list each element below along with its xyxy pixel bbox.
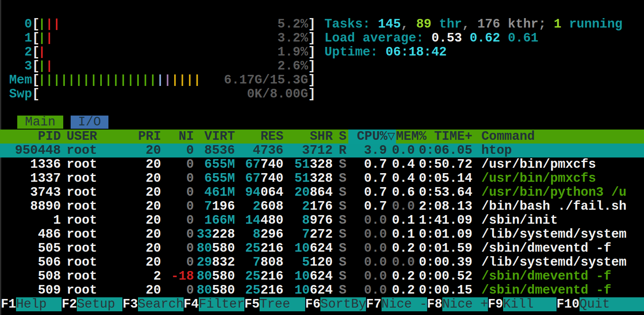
- green-tick: [71, 74, 72, 86]
- cpu-meter-1-value: 3.2%: [164, 31, 308, 45]
- open-bracket: [: [32, 87, 40, 101]
- cell-command: /sbin/dmeventd -f: [481, 283, 611, 297]
- process-row[interactable]: 506root2002983278085120S0.00.00:00.39/li…: [0, 255, 644, 269]
- fkey-f9-label[interactable]: Kill: [503, 297, 557, 311]
- fkey-f1-label[interactable]: Help: [16, 297, 62, 311]
- swp-meter: Swp[0K/8.00G]: [0, 87, 320, 101]
- fkey-f5[interactable]: F5: [244, 297, 260, 311]
- tasks-line-segment: ;: [538, 17, 554, 31]
- process-row[interactable]: 508root2-18805802521610624S0.00.20:00.52…: [0, 269, 644, 283]
- process-row-selected[interactable]: 950448root200853647363712R3.90.00:06.05h…: [0, 144, 644, 158]
- fkey-f4[interactable]: F4: [184, 297, 199, 311]
- load-average-line-segment: Load average:: [324, 31, 431, 45]
- green-tick: [48, 74, 50, 86]
- green-tick: [63, 74, 65, 86]
- cell-time: 0:50.72: [0, 158, 472, 171]
- col-header-command[interactable]: Command: [481, 130, 535, 144]
- tasks-line-segment: Tasks:: [324, 17, 378, 31]
- cell-time: 0:00.15: [0, 283, 472, 297]
- process-row[interactable]: 509root200805802521610624S0.00.20:00.15/…: [0, 283, 644, 297]
- cpu-meter-1-label: 1: [0, 31, 32, 45]
- process-row[interactable]: 505root200805802521610624S0.00.20:01.59/…: [0, 241, 644, 255]
- open-bracket: [: [32, 59, 40, 73]
- fkey-f3[interactable]: F3: [122, 297, 138, 311]
- mem-meter: Mem[6.17G/15.3G]: [0, 73, 320, 87]
- cell-command: /usr/bin/python3 /u: [481, 185, 626, 199]
- tab-main[interactable]: Main: [17, 116, 63, 129]
- green-tick: [122, 74, 124, 86]
- process-row[interactable]: 3743root200461M9406420864S0.70.60:53.64/…: [0, 185, 644, 199]
- col-header-time[interactable]: TIME+: [0, 130, 472, 144]
- red-tick: [56, 19, 58, 30]
- load-average-line: Load average: 0.53 0.62 0.61: [324, 31, 538, 45]
- close-bracket: ]: [308, 45, 316, 59]
- cpu-meter-0-label: 0: [0, 17, 32, 31]
- tasks-line-segment: 1: [554, 17, 561, 31]
- swp-meter-value: 0K/8.00G: [164, 87, 308, 101]
- tasks-line: Tasks: 145, 89 thr, 176 kthr; 1 running: [324, 17, 623, 31]
- green-tick: [93, 74, 94, 86]
- cell-time: 2:08.13: [0, 199, 472, 213]
- open-bracket: [: [32, 73, 40, 87]
- green-tick: [152, 74, 154, 86]
- fkey-f4-label[interactable]: Filter: [199, 297, 244, 311]
- cell-time: 0:00.39: [0, 255, 472, 269]
- cpu-meter-3: 3[2.6%]: [0, 59, 320, 73]
- fkey-f9[interactable]: F9: [488, 297, 503, 311]
- table-header: PID USER PRI NI VIRT RES SHR S CPU%▽ MEM…: [0, 130, 644, 144]
- close-bracket: ]: [308, 31, 316, 45]
- green-tick: [108, 74, 109, 86]
- fkey-f8-label[interactable]: Nice +: [442, 297, 488, 311]
- cpu-meter-3-value: 2.6%: [164, 59, 308, 73]
- cell-time: 0:53.64: [0, 185, 472, 199]
- green-tick: [130, 74, 131, 86]
- fkey-f6[interactable]: F6: [305, 297, 320, 311]
- fkey-f8[interactable]: F8: [427, 297, 442, 311]
- cell-time: 0:00.52: [0, 269, 472, 283]
- green-tick: [41, 32, 43, 44]
- green-tick: [41, 74, 43, 86]
- load-average-line-segment: 0.61: [508, 31, 538, 45]
- uptime-line-segment: 06:18:42: [386, 45, 447, 59]
- green-tick: [137, 74, 139, 86]
- fkey-f10-label[interactable]: Quit: [580, 297, 644, 311]
- open-bracket: [: [32, 17, 40, 31]
- process-row[interactable]: 1336root200655M6774051328S0.70.40:50.72/…: [0, 158, 644, 171]
- green-tick: [85, 74, 87, 86]
- fkey-f2[interactable]: F2: [62, 297, 77, 311]
- fkey-f2-label[interactable]: Setup: [77, 297, 122, 311]
- fkey-f1[interactable]: F1: [1, 297, 16, 311]
- fkey-f5-label[interactable]: Tree: [260, 297, 305, 311]
- cell-time: 0:01.09: [0, 227, 472, 241]
- cell-command: htop: [481, 144, 512, 158]
- load-average-line-segment: 0.53: [431, 31, 469, 45]
- mem-meter-label: Mem: [0, 73, 32, 87]
- green-tick: [56, 74, 58, 86]
- green-tick: [145, 74, 146, 86]
- tasks-line-segment: 176 kthr: [477, 17, 538, 31]
- cpu-meter-0-bar: [41, 19, 58, 30]
- open-bracket: [: [32, 31, 40, 45]
- fkey-f7-label[interactable]: Nice -: [382, 297, 427, 311]
- cpu-meter-0: 0[5.2%]: [0, 17, 320, 31]
- fkey-f7[interactable]: F7: [366, 297, 381, 311]
- swp-meter-label: Swp: [0, 87, 32, 101]
- tasks-line-segment: ,: [462, 17, 477, 31]
- close-bracket: ]: [308, 59, 316, 73]
- cell-command: /usr/bin/pmxcfs: [481, 171, 596, 185]
- fkey-f10[interactable]: F10: [557, 297, 580, 311]
- load-average-line-segment: 0.62: [469, 31, 508, 45]
- mem-meter-value: 6.17G/15.3G: [164, 73, 308, 87]
- process-row[interactable]: 486root2003322882967272S0.00.10:01.09/li…: [0, 227, 644, 241]
- close-bracket: ]: [308, 17, 316, 31]
- cpu-meter-2: 2[1.9%]: [0, 45, 320, 59]
- fkey-f3-label[interactable]: Search: [138, 297, 184, 311]
- red-tick: [48, 19, 50, 30]
- green-tick: [41, 60, 43, 72]
- process-row[interactable]: 1root200166M144808976S0.00.11:41.09/sbin…: [0, 213, 644, 227]
- process-row[interactable]: 1337root200655M6774051328S0.70.40:05.14/…: [0, 171, 644, 185]
- cell-time: 0:01.59: [0, 241, 472, 255]
- fkey-f6-label[interactable]: SortBy: [320, 297, 366, 311]
- process-row[interactable]: 8890root200719626082176S0.70.02:08.13/bi…: [0, 199, 644, 213]
- tab-io[interactable]: I/O: [71, 116, 108, 129]
